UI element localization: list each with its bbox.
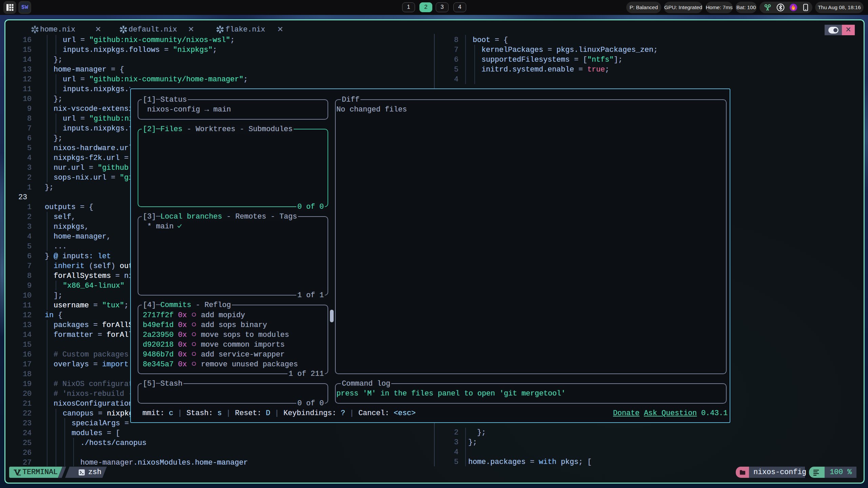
svg-text:im: im (18, 473, 21, 476)
